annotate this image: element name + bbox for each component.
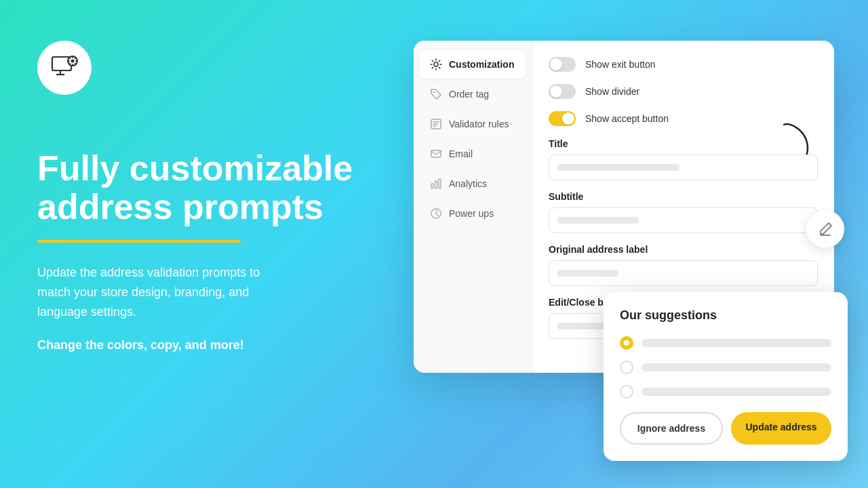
svg-point-4 <box>71 60 75 63</box>
original-address-placeholder <box>557 270 618 277</box>
edit-circle-button[interactable] <box>806 210 844 248</box>
sidebar-label-analytics: Analytics <box>449 178 487 189</box>
suggestion-bar-2 <box>642 363 831 371</box>
sidebar-item-order-tag[interactable]: Order tag <box>419 80 526 108</box>
pen-icon <box>816 220 834 238</box>
customization-icon <box>430 58 442 70</box>
toggle-accept-button[interactable] <box>549 111 576 126</box>
power-ups-icon <box>430 207 442 220</box>
svg-line-11 <box>75 58 76 58</box>
headline-divider <box>37 240 241 243</box>
suggestion-bar-1 <box>642 339 831 347</box>
title-input[interactable] <box>549 155 818 180</box>
svg-line-10 <box>75 64 76 64</box>
original-address-label: Original address label <box>549 244 818 255</box>
sidebar-item-power-ups[interactable]: Power ups <box>419 199 526 228</box>
ignore-address-button[interactable]: Ignore address <box>620 412 723 445</box>
toggle-divider-label: Show divider <box>585 86 639 97</box>
sidebar-item-email[interactable]: Email <box>419 140 526 168</box>
svg-point-13 <box>434 62 438 66</box>
monitor-gear-icon <box>50 53 79 83</box>
original-address-input[interactable] <box>549 260 818 286</box>
sidebar-label-email: Email <box>449 148 473 159</box>
svg-line-9 <box>69 58 70 58</box>
logo-circle <box>37 41 92 95</box>
suggestion-bar-3 <box>642 388 831 396</box>
svg-line-12 <box>69 64 70 64</box>
subtext1: Update the address validation prompts to… <box>37 263 390 321</box>
suggestions-actions: Ignore address Update address <box>620 412 831 445</box>
subtitle-input[interactable] <box>549 207 818 233</box>
tag-icon <box>430 88 442 100</box>
radio-button-1[interactable] <box>620 336 633 350</box>
subtitle-label: Subtitle <box>549 191 818 202</box>
svg-rect-20 <box>431 184 433 188</box>
suggestion-row-3[interactable] <box>620 385 831 399</box>
svg-rect-22 <box>439 179 441 188</box>
toggle-accept-button-label: Show accept button <box>585 113 669 124</box>
toggle-row-exit-button: Show exit button <box>549 57 818 72</box>
validator-icon <box>430 118 442 130</box>
svg-rect-19 <box>431 150 441 157</box>
sidebar: Customization Order tag Validator rules <box>414 41 532 373</box>
svg-point-14 <box>433 92 435 93</box>
sidebar-label-customization: Customization <box>449 59 514 70</box>
subtitle-field-group: Subtitle <box>549 191 818 233</box>
svg-rect-21 <box>435 181 437 188</box>
toggle-row-divider: Show divider <box>549 84 818 99</box>
title-placeholder <box>557 164 679 171</box>
radio-button-2[interactable] <box>620 361 633 374</box>
suggestion-row-2[interactable] <box>620 361 831 374</box>
sidebar-item-customization[interactable]: Customization <box>419 50 526 79</box>
headline: Fully customizable address prompts <box>37 149 390 226</box>
sidebar-label-validator-rules: Validator rules <box>449 119 509 129</box>
email-icon <box>430 148 442 160</box>
toggle-divider[interactable] <box>549 84 576 99</box>
sidebar-item-validator-rules[interactable]: Validator rules <box>419 110 526 138</box>
original-address-field-group: Original address label <box>549 244 818 286</box>
left-content: Fully customizable address prompts Updat… <box>37 41 390 352</box>
sidebar-item-analytics[interactable]: Analytics <box>419 169 526 198</box>
update-address-button[interactable]: Update address <box>731 412 831 445</box>
subtext2: Change the colors, copy, and more! <box>37 338 390 352</box>
toggle-exit-button-label: Show exit button <box>585 59 656 70</box>
suggestions-popup: Our suggestions Ignore address Update ad… <box>604 292 848 461</box>
toggle-exit-button[interactable] <box>549 57 576 72</box>
suggestions-title: Our suggestions <box>620 308 831 323</box>
sidebar-label-power-ups: Power ups <box>449 208 494 219</box>
analytics-icon <box>430 178 442 190</box>
radio-button-3[interactable] <box>620 385 633 399</box>
suggestion-row-1[interactable] <box>620 336 831 350</box>
sidebar-label-order-tag: Order tag <box>449 89 489 100</box>
subtitle-placeholder <box>557 217 639 224</box>
